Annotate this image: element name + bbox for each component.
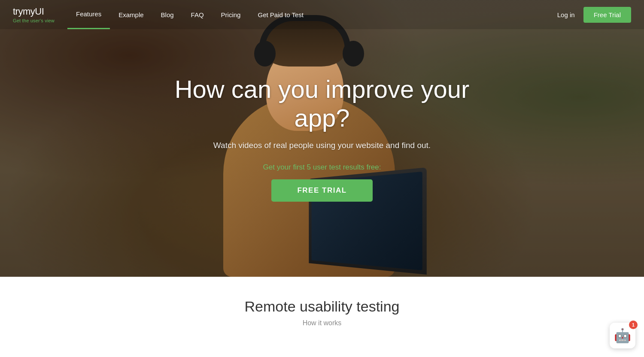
- headphone-left: [254, 41, 276, 67]
- navbar: trymyUI Get the user's view Features Exa…: [0, 0, 644, 29]
- logo[interactable]: trymyUI Get the user's view: [13, 6, 55, 23]
- headphone-right: [343, 41, 364, 67]
- login-link[interactable]: Log in: [557, 11, 575, 18]
- nav-item-example[interactable]: Example: [110, 0, 152, 29]
- nav-right: Log in Free Trial: [557, 7, 631, 23]
- hero-subtitle: Watch videos of real people using your w…: [167, 141, 477, 150]
- free-trial-nav-button[interactable]: Free Trial: [583, 7, 631, 23]
- nav-item-get-paid[interactable]: Get Paid to Test: [249, 0, 312, 29]
- hero-cta-text: Get your first 5 user test results free:: [167, 163, 477, 172]
- nav-item-faq[interactable]: FAQ: [182, 0, 213, 29]
- bottom-subtitle: How it works: [17, 319, 627, 327]
- chat-widget[interactable]: 🤖 1: [610, 323, 635, 340]
- chat-robot-icon: 🤖: [614, 327, 631, 340]
- bottom-title: Remote usability testing: [17, 298, 627, 315]
- hero-title: How can you improve your app?: [167, 75, 477, 132]
- hero-free-trial-button[interactable]: FREE TRIAL: [271, 179, 372, 202]
- chat-badge-count: 1: [629, 321, 638, 329]
- bottom-section: Remote usability testing How it works: [0, 277, 644, 340]
- logo-text: trymyUI: [13, 6, 44, 17]
- logo-tagline: Get the user's view: [13, 18, 55, 23]
- nav-item-blog[interactable]: Blog: [152, 0, 182, 29]
- hero-section: How can you improve your app? Watch vide…: [0, 0, 644, 277]
- hero-content: How can you improve your app? Watch vide…: [150, 75, 494, 202]
- nav-item-pricing[interactable]: Pricing: [213, 0, 249, 29]
- nav-item-features[interactable]: Features: [67, 0, 110, 29]
- nav-links: Features Example Blog FAQ Pricing Get Pa…: [67, 0, 557, 29]
